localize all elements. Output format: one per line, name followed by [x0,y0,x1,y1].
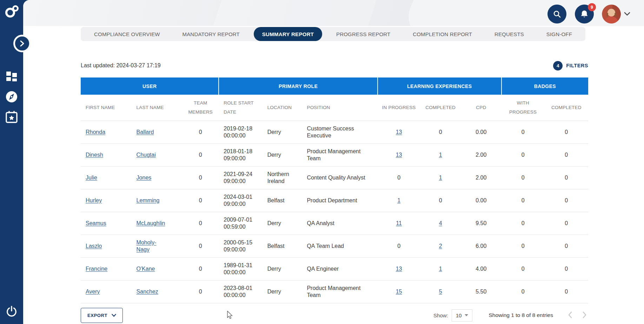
last-name-link[interactable]: Moholy-Nagy [137,239,169,253]
first-name-link[interactable]: Dinesh [86,152,103,158]
completed-count[interactable]: 4 [439,220,442,226]
table-row: HurleyLemming02024-03-01 09:00:00Belfast… [81,189,588,212]
completed-count[interactable]: 1 [439,266,442,272]
last-name-link[interactable]: Lemming [137,197,160,204]
first-name-link[interactable]: Hurley [86,197,102,203]
badges-completed-count: 0 [565,129,568,135]
completed-count[interactable]: 5 [439,289,442,295]
completed-count: 0 [439,197,442,203]
search-button[interactable] [547,5,566,23]
last-name-link[interactable]: McLaughlin [137,220,165,227]
tab-requests[interactable]: REQUESTS [486,27,532,41]
table-row: SeamusMcLaughlin02009-07-01 00:59:00Derr… [81,212,588,235]
pagination-prev-button[interactable] [566,310,573,321]
notifications-button[interactable]: 9 [575,5,594,23]
table-row: LaszloMoholy-Nagy02000-05-15 09:00:00Bel… [81,235,588,257]
completed-count[interactable]: 2 [439,243,442,249]
user-avatar-image [602,5,621,23]
in-progress-count[interactable]: 13 [396,152,402,158]
sidebar-item-dashboard[interactable] [0,69,23,84]
column-header-team-members: TEAM MEMBERS [182,95,219,121]
tab-summary-report[interactable]: SUMMARY REPORT [254,27,323,41]
table-footer: EXPORT Show: 10 Showing 1 to 8 of 8 entr… [81,308,588,323]
position-value: QA Analyst [307,220,334,226]
tab-sign-off[interactable]: SIGN-OFF [538,27,580,41]
user-menu-chevron[interactable] [624,12,630,17]
filters-label: FILTERS [566,63,588,68]
role-start-date-value: 2024-03-01 09:00:00 [224,194,252,207]
sidebar-item-discover[interactable] [0,89,23,104]
table-row: DineshChugtai02018-01-18 09:00:00DerryPr… [81,143,588,166]
group-header-user: USER [81,77,219,95]
tab-mandatory-report[interactable]: MANDATORY REPORT [174,27,248,41]
column-header-position: POSITION [302,95,377,121]
show-label: Show: [433,312,448,318]
in-progress-count[interactable]: 13 [396,266,402,272]
pagination-next-button[interactable] [581,310,588,321]
first-name-link[interactable]: Julie [86,175,97,181]
position-value: Customer Success Executive [307,126,354,139]
chevron-down-icon [112,314,116,317]
column-header-with-progress: WITH PROGRESS [502,95,545,121]
last-name-link[interactable]: Chugtai [137,151,156,158]
chevron-right-icon [583,311,587,318]
last-name-link[interactable]: Ballard [137,129,154,136]
column-header-role-start-date: ROLE START DATE [219,95,262,121]
filters-button[interactable]: 4 FILTERS [553,61,588,70]
column-header-cpd: CPD [461,95,502,121]
badges-with-progress-count: 0 [522,289,525,295]
team-members-value: 0 [199,243,202,249]
column-header-in-progress: IN PROGRESS [378,95,420,121]
table-row: AverySanchez02023-08-01 00:00:00DerryPro… [81,280,588,303]
tab-completion-report[interactable]: COMPLETION REPORT [404,27,480,41]
first-name-link[interactable]: Laszlo [86,243,102,249]
completed-count[interactable]: 1 [439,152,442,158]
role-start-date-value: 2021-09-24 09:00:00 [224,171,252,184]
cpd-value: 2.00 [476,175,486,181]
position-value: QA Engineer [307,266,339,272]
last-name-link[interactable]: Sanchez [137,288,158,295]
badges-with-progress-count: 0 [522,243,525,249]
completed-count[interactable]: 1 [439,175,442,181]
bell-icon [580,9,589,19]
last-name-link[interactable]: Jones [137,174,152,181]
first-name-link[interactable]: Rhonda [86,129,105,135]
page-size-select[interactable]: 10 [452,309,473,322]
position-value: QA Team Lead [307,243,344,249]
in-progress-count[interactable]: 11 [396,220,402,226]
pagination-controls: Show: 10 Showing 1 to 8 of 8 entries [433,309,588,322]
app-logo[interactable] [4,4,19,20]
search-icon [553,10,561,18]
in-progress-count[interactable]: 15 [396,289,402,295]
team-members-value: 0 [199,175,202,181]
table-body: RhondaBallard02019-02-18 00:00:00DerryCu… [81,121,588,303]
badges-with-progress-count: 0 [522,220,525,226]
tab-progress-report[interactable]: PROGRESS REPORT [328,27,399,41]
table-row: JulieJones02021-09-24 09:00:00Northern I… [81,166,588,189]
tab-compliance-overview[interactable]: COMPLIANCE OVERVIEW [86,27,168,41]
first-name-link[interactable]: Francine [86,266,107,272]
export-label: EXPORT [87,313,107,318]
in-progress-count[interactable]: 1 [397,197,400,203]
badges-with-progress-count: 0 [522,266,525,272]
badges-with-progress-count: 0 [522,129,525,135]
meta-row: Last updated: 2024-03-27 17:19 4 FILTERS [81,60,588,72]
user-avatar[interactable] [602,5,621,23]
location-value: Derry [267,220,281,226]
showing-entries-text: Showing 1 to 8 of 8 entries [489,312,553,318]
main-content: 9 COMPLIANCE OVERVIEWMANDATORY REPORTSUM… [23,0,644,324]
column-header-completed: COMPLETED [420,95,461,121]
last-name-link[interactable]: O'Kane [137,265,155,272]
sidebar-expand-button[interactable] [13,35,31,52]
sidebar-item-events[interactable] [0,109,23,125]
first-name-link[interactable]: Avery [86,289,100,295]
first-name-link[interactable]: Seamus [86,220,106,226]
report-content: Last updated: 2024-03-27 17:19 4 FILTERS… [81,60,588,323]
badges-completed-count: 0 [565,197,568,203]
group-header-primary-role: PRIMARY ROLE [219,77,378,95]
in-progress-count[interactable]: 13 [396,129,402,135]
badges-completed-count: 0 [565,266,568,272]
sidebar-item-logout[interactable] [0,304,23,319]
export-button[interactable]: EXPORT [81,308,123,323]
location-value: Belfast [267,243,285,249]
